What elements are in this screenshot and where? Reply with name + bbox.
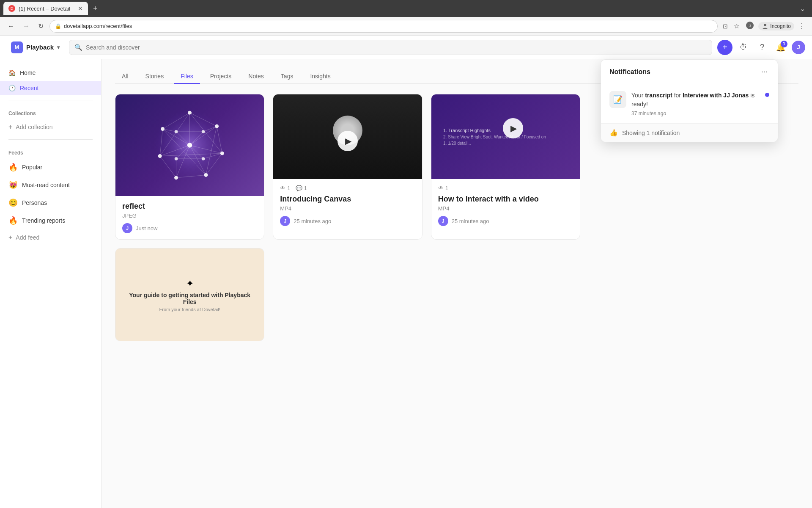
tab-files[interactable]: Files	[174, 69, 200, 84]
notification-item[interactable]: 📝 Your transcript for Interview with JJ …	[601, 84, 778, 123]
add-feed-label: Add feed	[16, 234, 39, 241]
search-input[interactable]	[86, 44, 707, 51]
interact-stats: 👁 1	[438, 185, 573, 191]
notification-text: Your transcript for Interview with JJ Jo…	[631, 91, 769, 109]
transcript-icon: 📝	[613, 95, 623, 104]
notification-more-button[interactable]: ···	[760, 66, 769, 77]
interact-name: How to interact with a video	[438, 195, 573, 204]
header-actions: + ⏱ ? 🔔 1 J	[717, 40, 805, 55]
canvas-play-button[interactable]: ▶	[337, 131, 358, 151]
file-card-interact[interactable]: 1. Transcript Highlights 2. Share View B…	[431, 94, 580, 240]
add-collection-item[interactable]: + Add collection	[0, 120, 101, 134]
add-collection-icon: +	[8, 123, 12, 131]
reflect-author-avatar: J	[122, 223, 132, 233]
browser-toolbar: ← → ↻ 🔒 ⊡ ☆ J Incognito ⋮	[0, 17, 812, 36]
sidebar-item-recent[interactable]: 🕐 Recent	[0, 81, 101, 95]
interact-time: 25 minutes ago	[452, 218, 489, 224]
nav-forward-button[interactable]: →	[20, 21, 32, 32]
sidebar-trending-label: Trending reports	[22, 217, 65, 224]
incognito-icon	[762, 23, 768, 30]
trending-icon: 🔥	[8, 216, 18, 225]
sidebar-personas-label: Personas	[22, 199, 47, 206]
sidebar-recent-label: Recent	[20, 85, 38, 91]
search-bar[interactable]: 🔍	[69, 40, 712, 55]
files-grid: reflect JPEG J Just now	[115, 94, 580, 341]
tab-projects[interactable]: Projects	[203, 69, 239, 84]
tab-title: (1) Recent – Dovetail	[19, 6, 70, 12]
browser-tabs-bar: D (1) Recent – Dovetail ✕ + ⌄	[0, 0, 812, 17]
interview-bold: Interview with JJ Jonas	[683, 92, 749, 99]
tab-insights[interactable]: Insights	[303, 69, 337, 84]
address-bar[interactable]: 🔒	[49, 20, 718, 33]
tab-notes[interactable]: Notes	[241, 69, 271, 84]
workspace-avatar: M	[11, 41, 23, 53]
sidebar-item-personas[interactable]: 😊 Personas	[0, 195, 101, 211]
tab-close-icon[interactable]: ✕	[78, 5, 83, 12]
browser-tab-active[interactable]: D (1) Recent – Dovetail ✕	[3, 2, 88, 15]
nav-refresh-button[interactable]: ↻	[36, 20, 46, 32]
guide-inner: ✦ Your guide to getting started with Pla…	[124, 278, 255, 312]
tab-tags[interactable]: Tags	[274, 69, 300, 84]
interact-author-avatar: J	[438, 216, 448, 226]
profile-icon-button[interactable]: J	[744, 19, 756, 33]
tab-expand-icon: ⌄	[796, 3, 809, 14]
help-icon-button[interactable]: ?	[754, 40, 770, 55]
question-icon: ?	[760, 43, 764, 52]
transcript-bold: transcript	[645, 92, 672, 99]
browser-chrome: D (1) Recent – Dovetail ✕ + ⌄ ← → ↻ 🔒 ⊡ …	[0, 0, 812, 36]
canvas-name: Introducing Canvas	[280, 195, 415, 204]
sidebar-item-trending[interactable]: 🔥 Trending reports	[0, 213, 101, 229]
add-new-button[interactable]: +	[717, 40, 732, 55]
add-feed-item[interactable]: + Add feed	[0, 230, 101, 245]
browser-menu-button[interactable]: ⋮	[797, 20, 807, 32]
tab-stories[interactable]: Stories	[139, 69, 171, 84]
bookmark-icon-button[interactable]: ☆	[732, 20, 741, 32]
network-svg	[130, 105, 249, 186]
add-collection-label: Add collection	[16, 124, 52, 130]
new-tab-button[interactable]: +	[90, 3, 101, 15]
guide-title-text: Your guide to getting started with Playb…	[124, 292, 255, 305]
workspace-button[interactable]: M Playback ▾	[7, 39, 64, 56]
sidebar-item-home[interactable]: 🏠 Home	[0, 66, 101, 80]
canvas-type: MP4	[280, 205, 415, 212]
sidebar-popular-label: Popular	[22, 164, 42, 171]
tab-all[interactable]: All	[115, 69, 135, 84]
notification-title: Notifications	[609, 68, 650, 76]
history-icon-button[interactable]: ⏱	[736, 40, 751, 55]
sidebar-item-popular[interactable]: 🔥 Popular	[0, 159, 101, 175]
reflect-type: JPEG	[122, 213, 257, 219]
reflect-info: reflect JPEG J Just now	[115, 196, 264, 239]
workspace-chevron-icon: ▾	[57, 44, 60, 50]
notifications-button[interactable]: 🔔 1	[773, 40, 788, 55]
file-card-guide[interactable]: ✦ Your guide to getting started with Pla…	[115, 248, 264, 341]
file-card-reflect[interactable]: reflect JPEG J Just now	[115, 94, 264, 240]
home-icon: 🏠	[8, 69, 16, 76]
file-card-canvas[interactable]: ▶ 👁 1 💬 1	[273, 94, 422, 240]
interact-play-button[interactable]: ▶	[503, 118, 523, 138]
feeds-section-label: Feeds	[0, 145, 101, 157]
comment-icon: 💬	[296, 185, 302, 191]
nav-back-button[interactable]: ←	[5, 21, 17, 32]
cast-icon-button[interactable]: ⊡	[721, 21, 730, 31]
eye-icon: 👁	[280, 185, 285, 191]
canvas-time: 25 minutes ago	[294, 218, 331, 224]
notification-footer-text: Showing 1 notification	[622, 130, 680, 136]
sidebar: 🏠 Home 🕐 Recent Collections + Add collec…	[0, 59, 102, 508]
incognito-label: Incognito	[770, 23, 791, 29]
address-input[interactable]	[64, 23, 712, 29]
popular-icon: 🔥	[8, 163, 18, 172]
sidebar-divider-2	[8, 139, 93, 140]
guide-from-text: From your friends at Dovetail!	[124, 307, 255, 312]
notification-unread-dot	[765, 93, 769, 97]
play-icon: ▶	[345, 136, 351, 146]
lock-icon: 🔒	[55, 23, 61, 29]
plus-icon: +	[722, 42, 727, 52]
reflect-thumbnail	[115, 94, 264, 196]
interact-meta: J 25 minutes ago	[438, 216, 573, 226]
notification-time: 37 minutes ago	[631, 110, 769, 116]
add-feed-icon: +	[8, 234, 12, 241]
interact-views-stat: 👁 1	[438, 185, 448, 191]
sidebar-item-must-read[interactable]: 😻 Must-read content	[0, 177, 101, 193]
notification-badge: 1	[781, 41, 787, 47]
user-avatar[interactable]: J	[792, 41, 805, 54]
